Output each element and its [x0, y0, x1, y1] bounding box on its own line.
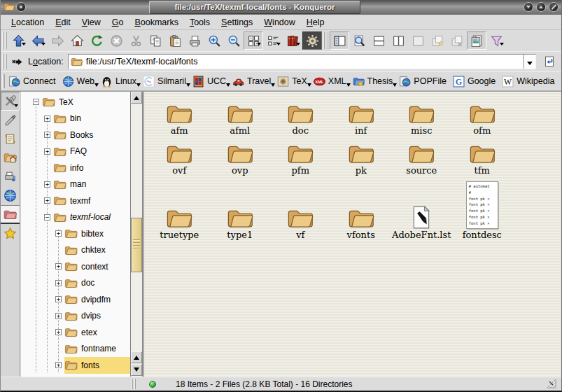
- paste-button[interactable]: [165, 31, 185, 50]
- file-item-afm[interactable]: afm: [149, 96, 210, 136]
- sidebar-toggle-button[interactable]: [330, 31, 349, 50]
- bookmark-xml[interactable]: XML: [311, 74, 351, 89]
- split-top-bottom-button[interactable]: [369, 31, 388, 50]
- bookmark-tex[interactable]: TeX: [275, 74, 311, 89]
- go-button[interactable]: [540, 53, 559, 70]
- sticky-button[interactable]: [16, 2, 26, 12]
- zoom-in-button[interactable]: [204, 31, 224, 50]
- tree-item-texmf[interactable]: +texmf: [21, 192, 130, 209]
- sidebar-tab-history[interactable]: [1, 130, 20, 148]
- titlebar[interactable]: file:/usr/TeX/texmf-local/fonts - Konque…: [1, 0, 561, 15]
- bookmarks-overflow-chevron[interactable]: »: [559, 76, 562, 88]
- home-button[interactable]: [67, 31, 87, 50]
- sidebar-tab-home-folder[interactable]: [1, 148, 20, 167]
- tree-item-books[interactable]: +Books: [21, 127, 130, 144]
- sidebar-tab-network[interactable]: [1, 186, 20, 205]
- sidebar-tab-services[interactable]: [1, 167, 20, 186]
- bookmarks-drag-handle[interactable]: [2, 74, 5, 88]
- bookmark-linux[interactable]: Linux: [99, 74, 141, 89]
- file-item-vf[interactable]: vf: [270, 176, 331, 240]
- menu-tools[interactable]: Tools: [185, 16, 215, 29]
- file-item-tfm[interactable]: tfm: [452, 136, 513, 176]
- tree-view-button[interactable]: [263, 31, 283, 50]
- konqueror-gear-button[interactable]: [302, 31, 322, 50]
- bookmark-wikipedia[interactable]: Wikipedia: [500, 74, 559, 89]
- bookcase-view-button[interactable]: [283, 31, 302, 50]
- up-button[interactable]: [8, 31, 28, 50]
- menu-help[interactable]: Help: [302, 16, 330, 29]
- bookmark-thesis[interactable]: Thesis: [351, 74, 398, 89]
- menu-view[interactable]: View: [77, 16, 106, 29]
- clear-location-button[interactable]: [8, 52, 25, 71]
- tree-item-tex[interactable]: −TeX: [21, 94, 130, 111]
- filter-button[interactable]: [486, 31, 506, 50]
- tree-item-bin[interactable]: +bin: [21, 111, 130, 127]
- tree-item-man[interactable]: +man: [21, 176, 130, 193]
- back-button[interactable]: [28, 31, 48, 50]
- expand-expander-icon[interactable]: +: [55, 329, 62, 335]
- tree-item-dvips[interactable]: +dvips: [21, 308, 130, 325]
- file-item-ovf[interactable]: ovf: [149, 136, 210, 176]
- location-input[interactable]: file:/usr/TeX/texmf-local/fonts: [68, 54, 536, 69]
- up-dropdown-icon[interactable]: [22, 43, 26, 48]
- back-dropdown-icon[interactable]: [41, 43, 45, 48]
- file-item-pk[interactable]: pk: [331, 136, 392, 176]
- tree-scrollbar[interactable]: [131, 92, 143, 377]
- sidebar-tab-bookmarks[interactable]: [1, 224, 20, 243]
- toolbar-drag-handle[interactable]: [2, 32, 7, 48]
- bookmark-connect[interactable]: Connect: [6, 74, 60, 89]
- file-item-ofm[interactable]: ofm: [452, 96, 513, 136]
- tree-item-dvipdfm[interactable]: +dvipdfm: [21, 291, 130, 308]
- sidebar-tab-pen[interactable]: [1, 111, 20, 130]
- bookmark-travel[interactable]: Travel: [230, 74, 275, 89]
- tree-item-fontname[interactable]: fontname: [21, 341, 130, 358]
- expand-expander-icon[interactable]: +: [44, 115, 50, 122]
- collapse-expander-icon[interactable]: −: [33, 99, 39, 105]
- filter-dropdown-icon[interactable]: [500, 43, 504, 48]
- expand-expander-icon[interactable]: +: [44, 181, 50, 188]
- tree-item-etex[interactable]: +etex: [21, 324, 130, 341]
- statusbar-grip[interactable]: [132, 379, 136, 389]
- file-item-ovp[interactable]: ovp: [210, 136, 271, 176]
- image-preview-button[interactable]: [467, 31, 486, 50]
- tree-item-context[interactable]: +context: [21, 258, 130, 275]
- tree-view-dropdown-icon[interactable]: [276, 43, 281, 48]
- file-item-inf[interactable]: inf: [331, 96, 392, 136]
- icon-view-button[interactable]: [244, 31, 263, 50]
- scrollbar-thumb[interactable]: [131, 218, 142, 272]
- icon-view-dropdown-icon[interactable]: [257, 43, 261, 48]
- close-button[interactable]: [549, 2, 559, 12]
- expand-expander-icon[interactable]: +: [55, 313, 62, 319]
- scroll-up-button[interactable]: [131, 92, 142, 104]
- menu-settings[interactable]: Settings: [216, 16, 258, 29]
- file-item-truetype[interactable]: truetype: [149, 176, 210, 240]
- location-drag-handle[interactable]: [2, 54, 7, 69]
- bookmark-web[interactable]: Web: [60, 74, 99, 89]
- expand-expander-icon[interactable]: +: [44, 148, 50, 155]
- file-item-source[interactable]: source: [391, 136, 452, 176]
- expand-expander-icon[interactable]: +: [55, 296, 62, 302]
- menu-window[interactable]: Window: [259, 16, 300, 29]
- maximize-button[interactable]: [536, 2, 546, 12]
- file-item-adobefnt[interactable]: AdobeFnt.lst: [391, 176, 452, 240]
- scroll-down-button[interactable]: [131, 364, 142, 376]
- bookmark-silmaril[interactable]: Silmaril: [141, 74, 190, 89]
- find-file-button[interactable]: [349, 31, 369, 50]
- expand-expander-icon[interactable]: +: [55, 263, 62, 270]
- expand-expander-icon[interactable]: +: [44, 132, 50, 138]
- tree-item-info[interactable]: info: [21, 160, 130, 176]
- zoom-out-button[interactable]: [224, 31, 244, 50]
- file-item-vfonts[interactable]: vfonts: [331, 176, 392, 240]
- tree-item-faq[interactable]: +FAQ: [21, 144, 130, 160]
- location-dropdown-button[interactable]: [523, 55, 535, 69]
- tree-item-texmf-local[interactable]: −texmf-local: [21, 209, 130, 226]
- menu-go[interactable]: Go: [107, 16, 129, 29]
- scroll-up-button-2[interactable]: [131, 351, 142, 363]
- tree-item-bibtex[interactable]: +bibtex: [21, 225, 130, 242]
- minimize-button[interactable]: [524, 2, 533, 12]
- tree-item-doc[interactable]: +doc: [21, 275, 130, 292]
- expand-expander-icon[interactable]: +: [44, 197, 50, 204]
- bookcase-dropdown-icon[interactable]: [296, 43, 300, 48]
- location-value[interactable]: file:/usr/TeX/texmf-local/fonts: [86, 57, 523, 66]
- file-item-misc[interactable]: misc: [391, 96, 452, 136]
